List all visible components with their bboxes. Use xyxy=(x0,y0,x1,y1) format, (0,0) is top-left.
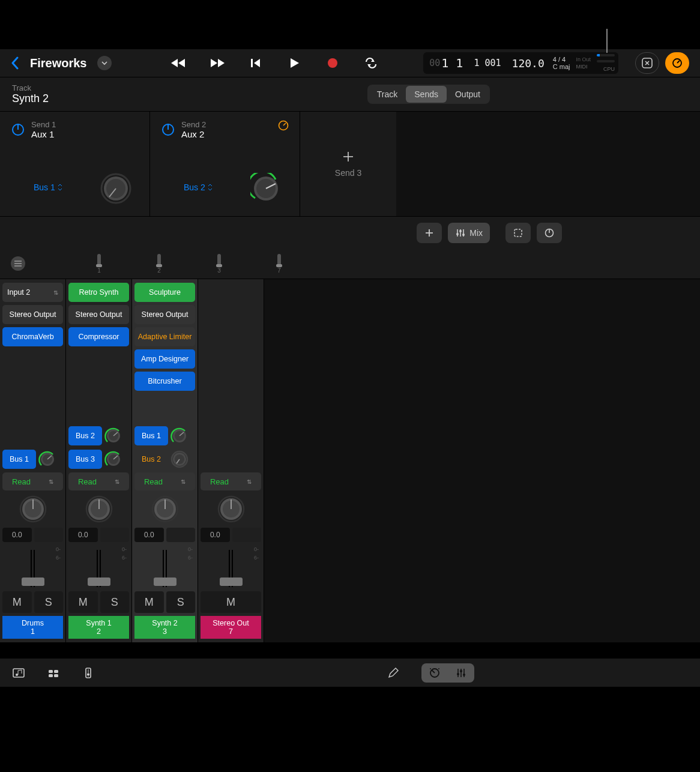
overview-channel[interactable]: 2 xyxy=(157,254,161,274)
db-value[interactable]: 0.0 xyxy=(2,528,32,542)
automation-mode[interactable]: Read⇅ xyxy=(2,472,63,490)
pan-knob[interactable] xyxy=(134,493,195,525)
fader[interactable]: 0-6- xyxy=(201,545,261,588)
pan-knob[interactable] xyxy=(68,493,129,525)
bus-knob[interactable] xyxy=(170,427,189,445)
mix-mode-button[interactable]: Mix xyxy=(448,223,490,243)
input-selector[interactable]: Input 2⇅ xyxy=(2,283,63,302)
send-bus-selector[interactable]: Bus 2 xyxy=(184,182,213,192)
power-icon[interactable] xyxy=(11,122,25,137)
pan-knob[interactable] xyxy=(2,493,63,525)
instrument-slot[interactable]: Sculpture xyxy=(134,283,195,302)
mute-button[interactable]: M xyxy=(68,591,98,613)
bus-knob[interactable] xyxy=(104,450,122,468)
solo-button[interactable]: S xyxy=(100,591,130,613)
cycle-button[interactable] xyxy=(363,57,379,69)
fader[interactable]: 0-6- xyxy=(134,545,195,588)
fader[interactable]: 0-6- xyxy=(2,545,63,588)
channel-strip-drums[interactable]: Input 2⇅Stereo OutputChromaVerbBus 1Read… xyxy=(0,279,66,642)
play-button[interactable] xyxy=(286,57,303,69)
bus-send[interactable]: Bus 3 xyxy=(68,450,102,469)
channel-name[interactable]: Synth 23 xyxy=(134,616,195,639)
channel-strip-synth1[interactable]: Retro SynthStereo OutputCompressorBus 2B… xyxy=(66,279,132,642)
bus-knob[interactable] xyxy=(170,450,189,468)
back-chevron-icon[interactable] xyxy=(11,56,19,70)
svg-point-24 xyxy=(459,230,462,232)
channel-name[interactable]: Synth 12 xyxy=(68,616,129,639)
send-slot-add[interactable]: Send 3 xyxy=(300,112,396,216)
selection-mode-button[interactable] xyxy=(505,223,531,243)
send-aux[interactable]: Aux 2 xyxy=(181,129,206,139)
lcd-display[interactable]: 001 1 1 001 120.0 4 / 4 C maj In Out MID… xyxy=(423,52,618,74)
fader-cap[interactable] xyxy=(22,577,44,586)
bus-send[interactable]: Bus 1 xyxy=(2,450,36,469)
fader-view-button[interactable] xyxy=(448,663,474,683)
channel-name[interactable]: Stereo Out7 xyxy=(201,616,261,639)
channel-strip-stereoout[interactable]: Read⇅0.0 0-6- MStereo Out7 xyxy=(198,279,264,642)
mute-button[interactable]: M xyxy=(134,591,164,613)
library-icon[interactable] xyxy=(12,666,25,680)
db-value[interactable]: 0.0 xyxy=(134,528,164,542)
plugin-view-button[interactable] xyxy=(665,52,689,74)
signature-key[interactable]: 4 / 4 C maj xyxy=(553,52,570,74)
knob-view-button[interactable] xyxy=(421,663,448,683)
output-selector[interactable]: Stereo Output xyxy=(68,305,129,324)
output-selector[interactable]: Stereo Output xyxy=(134,305,195,324)
fader-cap[interactable] xyxy=(154,577,177,586)
fx-slot[interactable]: Bitcrusher xyxy=(134,372,195,391)
db-value[interactable]: 0.0 xyxy=(68,528,98,542)
fader-cap[interactable] xyxy=(220,577,243,586)
automation-mode[interactable]: Read⇅ xyxy=(134,472,195,490)
power-icon[interactable] xyxy=(161,122,175,137)
send-level-knob[interactable] xyxy=(250,173,282,204)
send-level-knob[interactable] xyxy=(100,173,131,204)
rewind-button[interactable] xyxy=(170,57,187,69)
power-all-button[interactable] xyxy=(537,223,562,243)
instrument-slot[interactable]: Retro Synth xyxy=(68,283,129,302)
bus-send[interactable]: Bus 2 xyxy=(134,450,168,469)
svg-point-85 xyxy=(463,674,465,676)
output-selector[interactable]: Stereo Output xyxy=(2,305,63,324)
fx-slot[interactable]: Amp Designer xyxy=(134,349,195,369)
fx-slot[interactable]: ChromaVerb xyxy=(2,327,63,346)
project-dropdown[interactable] xyxy=(97,56,112,70)
automation-mode[interactable]: Read⇅ xyxy=(201,472,261,490)
solo-button[interactable]: S xyxy=(166,591,196,613)
mute-button[interactable]: M xyxy=(201,591,261,613)
bus-send[interactable]: Bus 1 xyxy=(134,426,168,445)
db-value[interactable]: 0.0 xyxy=(201,528,230,542)
channel-name[interactable]: Drums1 xyxy=(2,616,63,639)
automation-badge-icon[interactable] xyxy=(278,120,289,131)
fast-forward-button[interactable] xyxy=(209,57,226,69)
close-panel-button[interactable] xyxy=(635,52,659,74)
tab-output[interactable]: Output xyxy=(447,86,489,103)
add-strip-button[interactable] xyxy=(417,223,442,243)
mixer-icon[interactable] xyxy=(82,666,95,680)
tempo-display[interactable]: 120.0 xyxy=(510,52,547,74)
tab-track[interactable]: Track xyxy=(369,86,406,103)
go-to-start-button[interactable] xyxy=(247,57,264,69)
automation-mode[interactable]: Read⇅ xyxy=(68,472,129,490)
overview-channel[interactable]: 3 xyxy=(217,254,221,274)
channel-strip-synth2[interactable]: SculptureStereo OutputAdaptive LimiterAm… xyxy=(132,279,198,642)
send-aux[interactable]: Aux 1 xyxy=(31,129,56,139)
overview-channel[interactable]: 7 xyxy=(277,254,281,274)
mute-button[interactable]: M xyxy=(2,591,32,613)
bus-send[interactable]: Bus 2 xyxy=(68,426,102,445)
live-loops-icon[interactable] xyxy=(47,666,60,680)
bus-knob[interactable] xyxy=(38,450,56,468)
fx-slot[interactable]: Adaptive Limiter xyxy=(134,327,195,346)
solo-button[interactable]: S xyxy=(34,591,64,613)
bus-knob[interactable] xyxy=(104,427,122,445)
record-button[interactable] xyxy=(324,57,341,69)
pan-knob[interactable] xyxy=(201,493,261,525)
send-bus-selector[interactable]: Bus 1 xyxy=(34,182,62,192)
overview-channel[interactable]: 1 xyxy=(97,254,101,274)
edit-pencil-icon[interactable] xyxy=(387,666,400,680)
project-title[interactable]: Fireworks xyxy=(30,56,86,70)
tab-sends[interactable]: Sends xyxy=(406,86,447,103)
fader[interactable]: 0-6- xyxy=(68,545,129,588)
fader-cap[interactable] xyxy=(88,577,110,586)
fx-slot[interactable]: Compressor xyxy=(68,327,129,346)
overview-menu-icon[interactable] xyxy=(11,256,25,271)
